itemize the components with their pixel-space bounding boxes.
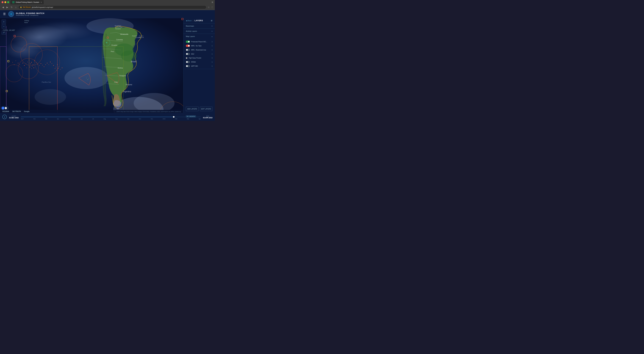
svg-point-51: [62, 68, 62, 68]
mpa-restricted-toggle[interactable]: [186, 49, 190, 51]
svg-text:Pacífico Sur: Pacífico Sur: [42, 81, 51, 83]
timeline-thumb[interactable]: [173, 116, 174, 118]
active-tab[interactable]: Global Fishing Watch | Sustain ✕: [10, 0, 44, 5]
map-layers-section: Map Layers ▴ Protected Planet WD... ℹ: [184, 34, 215, 69]
home-button[interactable]: ⌂: [14, 6, 17, 9]
timeline-play-button[interactable]: ▶: [2, 115, 7, 119]
zoom-out-button[interactable]: −: [2, 24, 6, 29]
panel-divider: |: [193, 20, 193, 22]
svg-point-15: [33, 64, 33, 65]
list-item: EEZ ℹ: [184, 52, 215, 56]
bookmark-icon[interactable]: ☆: [208, 6, 210, 9]
svg-point-3: [5, 40, 42, 59]
basemaps-header[interactable]: Basemaps ▾: [184, 24, 215, 29]
map-container[interactable]: Venezuela Colombia Ecuador Perú Bolivia …: [0, 10, 215, 121]
skytruth-logo: SKYTRUTH: [12, 111, 21, 112]
timeline-bar[interactable]: ⚙ 1 MONTH 2017 Feb Mar Apr May Jun Jul A…: [21, 115, 200, 119]
map-layers-chevron-icon: ▴: [212, 36, 212, 37]
tick-aug: Aug: [104, 118, 106, 120]
eez-toggle[interactable]: [186, 53, 190, 55]
svg-point-54: [89, 78, 89, 79]
panel-back-bar: ◀ Back | LAYERS ⊞: [184, 18, 215, 24]
toggle-knob: [186, 53, 188, 55]
mpa-no-take-label: MPA - No Take: [191, 45, 210, 47]
eez-info-icon[interactable]: ℹ: [212, 53, 212, 55]
svg-point-21: [34, 68, 34, 68]
list-item: RFMO ℹ: [184, 60, 215, 64]
add-layers-button[interactable]: ADD LAYERS: [186, 107, 198, 111]
layers-list: Protected Planet WD... ℹ MPA - No Take ℹ: [184, 39, 215, 69]
svg-text:Francesa: Francesa: [138, 37, 144, 38]
map-svg: Venezuela Colombia Ecuador Perú Bolivia …: [0, 16, 215, 121]
mpa-no-take-toggle[interactable]: [186, 45, 190, 47]
back-button[interactable]: ◀ Back: [186, 20, 192, 22]
svg-point-13: [30, 64, 31, 64]
svg-point-16: [27, 62, 28, 62]
list-item: Protected Planet WD... ℹ: [184, 40, 215, 44]
high-seas-info-icon[interactable]: ℹ: [212, 57, 212, 59]
svg-text:Ecuador: Ecuador: [112, 44, 118, 46]
back-nav-button[interactable]: ◀: [2, 6, 4, 9]
close-button[interactable]: [2, 1, 4, 3]
basemaps-chevron-icon: ▾: [212, 25, 212, 27]
zoom-in-button[interactable]: +: [2, 20, 6, 24]
tick-jun: Jun: [81, 118, 83, 120]
map-coordinates: -7.0751, -24.1457: [2, 29, 16, 32]
svg-point-25: [40, 63, 41, 64]
timeline-end: END 05 APR 2018: [203, 115, 212, 119]
svg-point-38: [16, 61, 16, 61]
tick-feb2: Feb: [175, 118, 177, 120]
security-icon: 🔒: [20, 6, 22, 8]
settings-icon[interactable]: ⋮: [211, 6, 213, 9]
url-bar[interactable]: 🔒 Not Secure globalfishingwatch.org/map/: [18, 5, 206, 9]
tab-close-button[interactable]: ✕: [40, 2, 42, 3]
activity-layers-chevron-icon: ▾: [212, 30, 212, 32]
back-label: Back: [188, 20, 192, 22]
mpa-restricted-label: MPA - Restricted Use: [191, 49, 210, 51]
svg-text:Paraguay: Paraguay: [119, 75, 126, 77]
svg-point-20: [32, 66, 32, 67]
toggle-knob: [188, 41, 190, 43]
end-date: 05 APR 2018: [203, 117, 212, 119]
rfmo-toggle[interactable]: [186, 61, 190, 63]
svg-text:Costa Rica: Costa Rica: [115, 27, 122, 28]
map-layers-label: Map Layers: [186, 36, 195, 37]
forward-nav-button[interactable]: ▶: [6, 6, 9, 9]
refresh-button[interactable]: ↻: [10, 6, 13, 9]
svg-point-31: [50, 62, 51, 62]
start-date: 31 DEC 2016: [9, 117, 18, 119]
svg-point-53: [88, 79, 88, 80]
toggle-knob: [186, 61, 188, 63]
svg-point-44: [56, 67, 56, 67]
svg-point-43: [53, 65, 54, 66]
maximize-button[interactable]: [7, 1, 9, 3]
rfmo-info-icon[interactable]: ℹ: [212, 61, 212, 63]
activity-layers-header[interactable]: Activity Layers ▾: [184, 29, 215, 34]
activity-layers-section: Activity Layers ▾: [184, 29, 215, 34]
logo-sub-text: Sustainability through Transparency: [16, 15, 44, 16]
play-icon: ▶: [4, 116, 5, 118]
time-toggle-control[interactable]: [1, 106, 9, 110]
hamburger-menu-button[interactable]: ☰: [2, 12, 6, 17]
panel-buttons: ADD LAYERS EDIT LAYERS: [184, 105, 215, 113]
svg-point-24: [39, 65, 40, 66]
wpp-nri-toggle[interactable]: [186, 65, 190, 67]
url-text: globalfishingwatch.org/map/: [32, 6, 53, 8]
svg-point-39: [18, 63, 18, 63]
svg-point-27: [44, 66, 44, 67]
minimize-button[interactable]: [4, 1, 6, 3]
wpp-nri-info-icon[interactable]: ℹ: [212, 65, 212, 67]
protected-planet-info-icon[interactable]: ℹ: [212, 41, 212, 43]
protected-planet-toggle[interactable]: [186, 41, 190, 43]
bottom-left-toggle[interactable]: [1, 106, 9, 110]
svg-text:Venezuela: Venezuela: [120, 33, 128, 35]
svg-point-47: [55, 68, 55, 69]
map-layers-header[interactable]: Map Layers ▴: [184, 34, 215, 39]
svg-text:Guyana: Guyana: [132, 35, 137, 37]
toggle-knob: [186, 65, 188, 67]
mpa-no-take-info-icon[interactable]: ℹ: [212, 45, 212, 47]
tick-oct: Oct: [127, 118, 129, 120]
mpa-restricted-info-icon[interactable]: ℹ: [212, 49, 212, 51]
edit-layers-button[interactable]: EDIT LAYERS: [200, 107, 212, 111]
traffic-lights: [2, 1, 9, 3]
